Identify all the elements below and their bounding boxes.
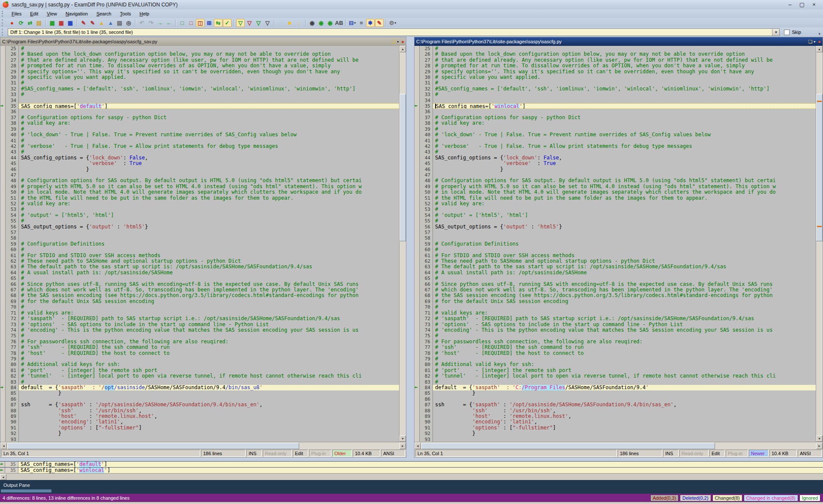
code-text[interactable]: # the SAS session encoding (see https://…: [19, 293, 399, 298]
code-text[interactable]: # in local mode. Note that HTML 4.0 will…: [433, 189, 816, 195]
copy-block-right-button[interactable]: →: [156, 19, 164, 27]
code-text[interactable]: # valid key are:: [19, 120, 399, 126]
code-text[interactable]: 'ssh' : '/usr/bin/ssh',: [433, 408, 816, 414]
code-text[interactable]: #SAS_config_names = ['default', 'ssh', '…: [19, 86, 399, 92]
compare-button[interactable]: ●: [8, 19, 16, 27]
code-text[interactable]: # properly with HTML 5.0 so it can also …: [433, 184, 816, 189]
menu-edit[interactable]: Edit: [26, 10, 42, 17]
code-text[interactable]: SAS_config_names=['winlocal']: [433, 103, 816, 109]
code-text[interactable]: # 'output' = ['html5', 'html']: [433, 213, 816, 218]
code-text[interactable]: # 'output' = ['html5', 'html']: [19, 213, 399, 218]
code-text[interactable]: #SAS_config_names = ['default', 'ssh', '…: [433, 86, 816, 92]
code-text[interactable]: # 'lock_down' - True | False. True = Pre…: [433, 132, 816, 138]
scroll-right-icon[interactable]: ►: [816, 443, 823, 449]
code-text[interactable]: # 'options' - SAS options to include in …: [433, 322, 816, 327]
header-dropdown-icon[interactable]: ▾: [397, 40, 399, 44]
code-text[interactable]: [433, 235, 816, 241]
code-text[interactable]: SAS_output_options = {'output' : 'html5'…: [433, 224, 816, 230]
code-text[interactable]: SAS_config_options = {'lock_down': False…: [19, 155, 399, 161]
code-text[interactable]: # 'verbose' - True | False. True = Allow…: [433, 144, 816, 149]
skip-checkbox[interactable]: [784, 30, 790, 35]
output-pane-header[interactable]: Output Pane: [0, 480, 823, 494]
code-text[interactable]: # 'encoding' - This is the python encodi…: [433, 327, 816, 333]
code-text[interactable]: # Configuration Definitions: [19, 241, 399, 247]
code-text[interactable]: #: [19, 356, 399, 362]
plugin-options-button[interactable]: ✎: [375, 19, 384, 27]
code-text[interactable]: #: [19, 379, 399, 385]
code-text[interactable]: }: [19, 167, 399, 172]
scroll-up-icon[interactable]: ▲: [399, 46, 406, 52]
second-file-header[interactable]: C:\Program Files\Python\Python37\Lib\sit…: [415, 37, 823, 46]
code-text[interactable]: # For STDIO and STDIO over SSH access me…: [433, 253, 816, 258]
code-text[interactable]: #: [433, 138, 816, 144]
menu-files[interactable]: Files: [8, 10, 25, 17]
scroll-thumb[interactable]: [421, 443, 715, 449]
code-text[interactable]: #: [19, 149, 399, 155]
code-text[interactable]: # valid key are:: [433, 201, 816, 207]
menu-grip[interactable]: [2, 11, 5, 17]
code-text[interactable]: [19, 230, 399, 235]
code-text[interactable]: # 'tunnel' - [integer] local port to ope…: [433, 373, 816, 379]
menu-view[interactable]: View: [43, 10, 61, 17]
code-text[interactable]: #: [19, 333, 399, 339]
code-text[interactable]: #: [433, 356, 816, 362]
menu-navigation[interactable]: Navigation: [62, 10, 92, 17]
plugins-button[interactable]: ✱: [366, 19, 375, 27]
code-text[interactable]: # specify options=''. This way it's spec…: [19, 69, 399, 75]
code-text[interactable]: # prompted for at run time. To dissallow…: [433, 63, 816, 69]
code-text[interactable]: 'verbose' : True: [19, 161, 399, 166]
code-text[interactable]: #: [433, 149, 816, 155]
code-text[interactable]: 'encoding': 'latin1',: [433, 419, 816, 425]
code-text[interactable]: # Additional valid keys for ssh:: [433, 362, 816, 367]
detail-horizontal-scrollbar[interactable]: ◄: [0, 473, 823, 480]
code-text[interactable]: ssh = {'saspath' : '/opt/sasinside/SASHo…: [19, 402, 399, 408]
code-text[interactable]: # that are defined already. Any necessar…: [433, 57, 816, 63]
code-text[interactable]: #: [433, 126, 816, 132]
layout-button[interactable]: ⊟▾: [348, 19, 357, 27]
show-differences-button[interactable]: □: [187, 19, 195, 27]
edit-first-button[interactable]: ✎: [79, 19, 88, 27]
detail-row[interactable]: →35SAS_config_names=['default']: [0, 462, 823, 468]
code-text[interactable]: # These need path to SASHome and optiona…: [433, 258, 816, 264]
scroll-left-icon[interactable]: ◄: [415, 443, 421, 449]
diff-combo[interactable]: Diff 1: Change 1 line (35, first file) t…: [8, 28, 780, 36]
code-text[interactable]: # Configuration options for saspy - pyth…: [19, 115, 399, 120]
vertical-split-button[interactable]: ◫: [196, 19, 204, 27]
code-text[interactable]: [19, 172, 399, 178]
code-text[interactable]: # the SAS session encoding (see https://…: [433, 293, 816, 298]
close-button[interactable]: ×: [810, 1, 818, 8]
code-text[interactable]: # 'ssh' - [REQUIRED] the ssh command to …: [433, 345, 816, 350]
code-text[interactable]: [433, 230, 816, 235]
first-file-code[interactable]: 25#26# Based upon the lock_down configur…: [0, 46, 399, 442]
restore-button[interactable]: ▢: [798, 1, 806, 8]
code-text[interactable]: # Configuration Definitions: [433, 241, 816, 247]
code-text[interactable]: # the HTML file will need to be put in t…: [433, 195, 816, 201]
second-vertical-scrollbar[interactable]: ▲ ▼: [816, 46, 823, 442]
code-text[interactable]: # 'options' - SAS options to include in …: [19, 322, 399, 327]
code-text[interactable]: #: [433, 304, 816, 310]
code-text[interactable]: #: [19, 247, 399, 252]
toolbar-grip[interactable]: [2, 19, 5, 26]
save-as-second-button[interactable]: ▲: [106, 19, 115, 27]
detail-row[interactable]: →35SAS_config_names=['winlocal']: [0, 468, 823, 474]
code-text[interactable]: # that are defined already. Any necessar…: [19, 57, 399, 63]
code-text[interactable]: # Since python uses utf-8, running SAS w…: [433, 282, 816, 287]
code-text[interactable]: [433, 437, 816, 442]
code-text[interactable]: [19, 98, 399, 103]
code-text[interactable]: # 'host' - [REQUIRED] the host to connec…: [433, 351, 816, 356]
code-text[interactable]: 'encoding': 'latin1',: [19, 419, 399, 425]
code-text[interactable]: 'ssh' : '/usr/bin/ssh',: [19, 408, 399, 414]
minimize-button[interactable]: –: [786, 1, 794, 8]
save-second-button[interactable]: ▦: [57, 19, 66, 27]
code-text[interactable]: # 'port' - [integer] the remote ssh port: [19, 368, 399, 373]
code-text[interactable]: 'host' : 'remote.linux.host',: [19, 414, 399, 419]
first-vertical-scrollbar[interactable]: ▲ ▼: [399, 46, 406, 442]
code-text[interactable]: #: [19, 80, 399, 86]
first-horizontal-scrollbar[interactable]: ◄ ►: [0, 442, 406, 449]
code-text[interactable]: # 'saspath' - [REQUIRED] path to SAS sta…: [19, 316, 399, 321]
pane-splitter[interactable]: [406, 37, 414, 458]
code-text[interactable]: #: [19, 207, 399, 212]
output-pane-tab[interactable]: [1, 489, 51, 492]
header-dropdown-icon[interactable]: ▾: [814, 40, 815, 44]
code-text[interactable]: # Based upon the lock_down configuration…: [19, 51, 399, 57]
